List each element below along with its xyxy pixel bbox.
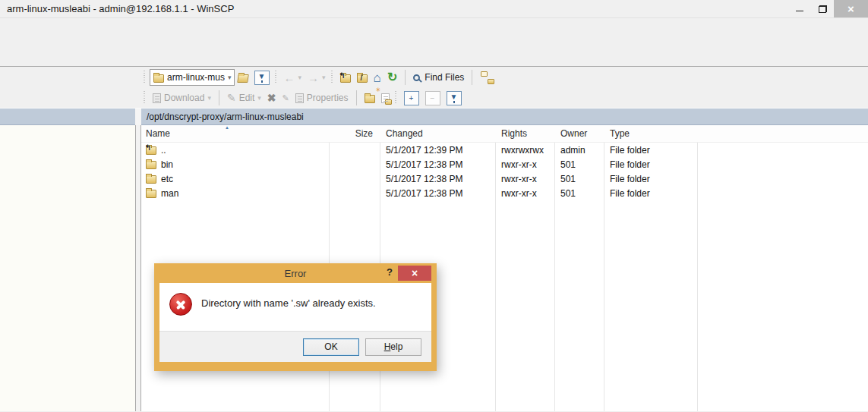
open-folder-icon xyxy=(237,74,249,83)
ok-button[interactable]: OK xyxy=(303,338,359,356)
edit-chevron-icon: ▾ xyxy=(257,95,261,102)
unselect-files-button: − xyxy=(422,90,443,107)
file-list-header: Name ▲ Size Changed Rights Owner Type xyxy=(141,125,868,143)
root-directory-button[interactable]: / xyxy=(354,71,371,84)
file-changed: 5/1/2017 12:38 PM xyxy=(380,186,495,200)
file-owner: 501 xyxy=(554,186,604,200)
column-header-rights[interactable]: Rights xyxy=(495,125,554,142)
file-name: etc xyxy=(161,174,173,184)
parent-directory-icon: ↰ xyxy=(340,74,351,83)
toolbar-grip[interactable] xyxy=(330,71,334,84)
remote-path-bar[interactable]: /opt/dnscrypt-proxy/arm-linux-musleabi xyxy=(141,109,868,125)
parent-directory-button[interactable]: ↰ xyxy=(337,71,354,84)
column-header-size[interactable]: Size xyxy=(329,125,380,142)
commands-toolbar: Download ▾ ✎ Edit ▾ ✖ ✎ Properties ✳ + xyxy=(0,88,868,108)
left-panel-path-strip[interactable] xyxy=(0,109,135,125)
left-panel xyxy=(0,125,135,411)
home-directory-button[interactable]: ⌂ xyxy=(371,70,384,86)
file-changed: 5/1/2017 12:38 PM xyxy=(380,171,495,186)
toolbar-separator xyxy=(405,70,406,85)
session-combo-label: arm-linux-mus xyxy=(167,72,225,83)
root-directory-icon: / xyxy=(357,74,368,83)
file-name: .. xyxy=(161,145,166,156)
download-button: Download ▾ xyxy=(150,91,214,105)
error-message: Directory with name '.sw' already exists… xyxy=(201,297,376,309)
rename-button: ✎ xyxy=(279,93,292,104)
file-name: bin xyxy=(161,159,173,170)
column-header-owner[interactable]: Owner xyxy=(554,125,604,142)
file-size xyxy=(329,171,380,186)
refresh-button[interactable]: ↻ xyxy=(384,70,400,85)
copy-remote-button[interactable] xyxy=(378,92,393,105)
error-dialog-title: Error xyxy=(285,268,307,279)
column-header-name[interactable]: Name ▲ xyxy=(141,125,329,142)
home-icon: ⌂ xyxy=(374,71,381,84)
session-combo[interactable]: arm-linux-mus ▾ xyxy=(150,69,235,86)
download-icon xyxy=(153,93,161,103)
file-type: File folder xyxy=(604,143,697,157)
toolbar-separator xyxy=(472,70,472,85)
file-owner: admin xyxy=(554,143,604,157)
toolbar-grip[interactable] xyxy=(143,71,147,84)
minimize-icon xyxy=(796,11,803,11)
rename-icon: ✎ xyxy=(282,94,289,102)
column-header-blank xyxy=(697,125,868,142)
menu-strip-empty xyxy=(0,18,868,67)
unselect-minus-icon: − xyxy=(425,91,440,105)
properties-icon xyxy=(295,93,304,103)
toolbar-dock: arm-linux-mus ▾ ▼ ← ▾ → ▾ ↰ / ⌂ ↻ xyxy=(0,67,868,108)
new-folder-button[interactable]: ✳ xyxy=(361,91,378,105)
folder-icon xyxy=(146,175,156,184)
find-files-button[interactable]: Find Files xyxy=(410,71,467,84)
back-icon: ← xyxy=(284,72,295,83)
close-button[interactable]: × xyxy=(834,0,868,17)
file-rights: rwxr-xr-x xyxy=(495,157,554,171)
dialog-close-button[interactable]: × xyxy=(398,266,431,281)
restore-icon xyxy=(819,5,827,13)
window-controls: × xyxy=(788,0,868,17)
column-header-changed[interactable]: Changed xyxy=(380,125,495,142)
open-session-button[interactable] xyxy=(235,71,251,84)
delete-button[interactable]: ✖ xyxy=(264,91,279,105)
dialog-close-icon: × xyxy=(412,267,418,279)
refresh-icon: ↻ xyxy=(387,71,397,83)
search-icon xyxy=(413,74,420,81)
download-chevron-icon: ▾ xyxy=(207,95,211,102)
toolbar-grip[interactable] xyxy=(143,91,147,105)
forward-icon: → xyxy=(308,72,319,83)
session-toolbar: arm-linux-mus ▾ ▼ ← ▾ → ▾ ↰ / ⌂ ↻ xyxy=(0,67,868,88)
properties-button: Properties xyxy=(292,91,352,105)
error-dialog-titlebar: Error ? × xyxy=(154,263,437,283)
edit-icon: ✎ xyxy=(227,93,236,103)
file-size xyxy=(329,186,380,200)
new-folder-icon xyxy=(365,95,375,103)
session-folder-icon xyxy=(153,74,164,83)
minimize-button[interactable] xyxy=(788,0,811,17)
file-type: File folder xyxy=(604,171,697,186)
file-rights: rwxr-xr-x xyxy=(495,171,554,186)
table-row[interactable]: man 5/1/2017 12:38 PM rwxr-xr-x 501 File… xyxy=(141,186,868,200)
column-header-type[interactable]: Type xyxy=(604,125,697,142)
dialog-help-button[interactable]: ? xyxy=(387,266,393,278)
edit-button: ✎ Edit ▾ xyxy=(224,91,264,105)
table-row[interactable]: ↰ .. 5/1/2017 12:39 PM rwxrwxrwx admin F… xyxy=(141,143,868,157)
filter-files-icon: ▼ xyxy=(447,91,462,105)
help-button[interactable]: Help xyxy=(365,338,421,356)
filter-button[interactable]: ▼ xyxy=(251,69,273,86)
back-history-chevron-icon: ▾ xyxy=(298,74,302,81)
file-owner: 501 xyxy=(554,171,604,186)
chevron-down-icon[interactable]: ▾ xyxy=(228,74,232,81)
restore-button[interactable] xyxy=(811,0,834,17)
path-bar-row: /opt/dnscrypt-proxy/arm-linux-musleabi xyxy=(0,108,868,125)
select-files-button[interactable]: + xyxy=(401,90,422,107)
toolbar-separator xyxy=(356,90,357,105)
panel-splitter[interactable] xyxy=(135,125,141,411)
synchronize-browsing-button[interactable] xyxy=(477,70,498,86)
toolbar-grip[interactable] xyxy=(394,91,398,105)
toolbar-grip[interactable] xyxy=(274,71,278,84)
file-name: man xyxy=(161,188,178,199)
table-row[interactable]: bin 5/1/2017 12:38 PM rwxr-xr-x 501 File… xyxy=(141,157,868,171)
file-changed: 5/1/2017 12:39 PM xyxy=(380,143,495,157)
table-row[interactable]: etc 5/1/2017 12:38 PM rwxr-xr-x 501 File… xyxy=(141,171,868,186)
filter-files-button[interactable]: ▼ xyxy=(443,90,465,107)
